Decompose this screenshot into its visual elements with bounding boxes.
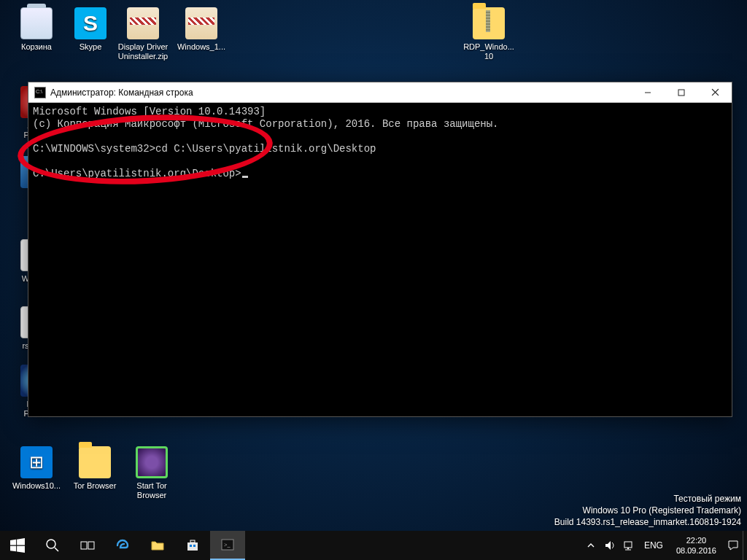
icon-label: Tor Browser xyxy=(69,481,121,491)
skype-icon: S xyxy=(74,7,107,39)
icon-label: RDP_Windo...10 xyxy=(462,42,515,61)
maximize-button[interactable] xyxy=(665,82,698,103)
taskbar-file-explorer[interactable] xyxy=(140,531,175,560)
volume-icon xyxy=(604,540,616,551)
icon-label: Корзина xyxy=(10,42,63,52)
task-view-icon xyxy=(80,538,95,553)
system-tray: ENG 22:20 08.09.2016 xyxy=(581,531,747,560)
winrar-icon xyxy=(127,7,159,39)
cmd-line: C:\WINDOWS\system32>cd C:\Users\pyatilis… xyxy=(33,143,376,155)
icon-label: Windows10... xyxy=(10,481,63,491)
svg-rect-17 xyxy=(190,540,195,542)
tray-clock[interactable]: 22:20 08.09.2016 xyxy=(669,535,724,556)
svg-rect-18 xyxy=(190,545,192,547)
edge-icon xyxy=(115,538,130,553)
svg-rect-9 xyxy=(678,90,684,96)
svg-rect-16 xyxy=(187,542,198,551)
start-button[interactable] xyxy=(0,531,35,560)
close-button[interactable] xyxy=(698,82,732,103)
chevron-up-icon xyxy=(587,541,595,550)
icon-label: Windows_1... xyxy=(175,42,228,52)
icon-label: Start Tor Browser xyxy=(125,481,178,500)
tray-network[interactable] xyxy=(619,531,638,560)
watermark-line: Build 14393.rs1_release_inmarket.160819-… xyxy=(554,516,741,528)
desktop-icon-start-tor[interactable]: Start Tor Browser xyxy=(125,446,178,500)
svg-line-13 xyxy=(55,548,58,551)
winrar-icon xyxy=(185,7,217,39)
desktop-icon-windows10[interactable]: ⊞ Windows10... xyxy=(10,446,63,491)
window-title: Администратор: Командная строка xyxy=(50,88,631,98)
folder-icon xyxy=(79,446,111,478)
desktop-icon-rdp-folder[interactable]: RDP_Windo...10 xyxy=(462,7,515,61)
tray-chevron-up[interactable] xyxy=(581,531,600,560)
desktop-icon-windows1-zip[interactable]: Windows_1... xyxy=(175,7,228,52)
svg-marker-22 xyxy=(605,541,611,550)
folder-icon xyxy=(150,538,165,553)
cmd-icon xyxy=(34,87,46,98)
titlebar[interactable]: Администратор: Командная строка xyxy=(28,82,732,103)
svg-rect-14 xyxy=(81,542,87,549)
icon-label: Display Driver Uninstaller.zip xyxy=(117,42,169,61)
watermark-line: Windows 10 Pro (Registered Trademark) xyxy=(554,505,741,516)
desktop-icon-ddu-zip[interactable]: Display Driver Uninstaller.zip xyxy=(117,7,169,61)
notification-icon xyxy=(727,540,739,551)
terminal-output[interactable]: Microsoft Windows [Version 10.0.14393] (… xyxy=(28,103,732,416)
desktop-icon-skype[interactable]: S Skype xyxy=(64,7,117,52)
clock-date: 08.09.2016 xyxy=(676,545,716,556)
network-icon xyxy=(623,540,635,551)
windows-logo-icon xyxy=(10,538,25,553)
watermark-line: Тестовый режим xyxy=(554,493,741,505)
show-desktop-peek[interactable] xyxy=(743,531,747,560)
cursor xyxy=(242,176,248,178)
minimize-button[interactable] xyxy=(631,82,665,103)
svg-rect-23 xyxy=(624,542,632,548)
taskbar-store[interactable] xyxy=(175,531,210,560)
activation-watermark: Тестовый режим Windows 10 Pro (Registere… xyxy=(554,493,741,528)
tray-action-center[interactable] xyxy=(724,531,743,560)
taskbar-edge[interactable] xyxy=(105,531,140,560)
folder-icon xyxy=(473,7,505,39)
cmd-line: Microsoft Windows [Version 10.0.14393] xyxy=(33,106,266,117)
svg-text:>_: >_ xyxy=(224,542,231,548)
recycle-bin-icon xyxy=(20,7,53,39)
cmd-icon: >_ xyxy=(220,537,235,552)
icon-label: Skype xyxy=(64,42,117,52)
cmd-prompt: C:\Users\pyatilistnik.org\Desktop> xyxy=(33,168,241,179)
search-button[interactable] xyxy=(35,531,70,560)
tor-icon xyxy=(136,446,168,478)
windows-icon: ⊞ xyxy=(20,446,53,478)
svg-rect-19 xyxy=(193,545,196,547)
desktop-icon-tor-folder[interactable]: Tor Browser xyxy=(69,446,121,491)
task-view-button[interactable] xyxy=(70,531,105,560)
tray-language[interactable]: ENG xyxy=(638,540,669,551)
svg-point-12 xyxy=(47,540,55,548)
desktop-icon-recycle-bin[interactable]: Корзина xyxy=(10,7,63,52)
cmd-line: (c) Корпорация Майкрософт (Microsoft Cor… xyxy=(33,118,499,130)
clock-time: 22:20 xyxy=(676,535,716,545)
svg-rect-15 xyxy=(88,542,94,549)
store-icon xyxy=(185,538,200,553)
taskbar-cmd[interactable]: >_ xyxy=(210,531,245,560)
search-icon xyxy=(45,538,60,553)
cmd-window[interactable]: Администратор: Командная строка Microsof… xyxy=(28,82,732,417)
taskbar: >_ ENG 22:20 08.09.2016 xyxy=(0,531,747,560)
tray-volume[interactable] xyxy=(600,531,619,560)
svg-rect-24 xyxy=(627,548,629,549)
